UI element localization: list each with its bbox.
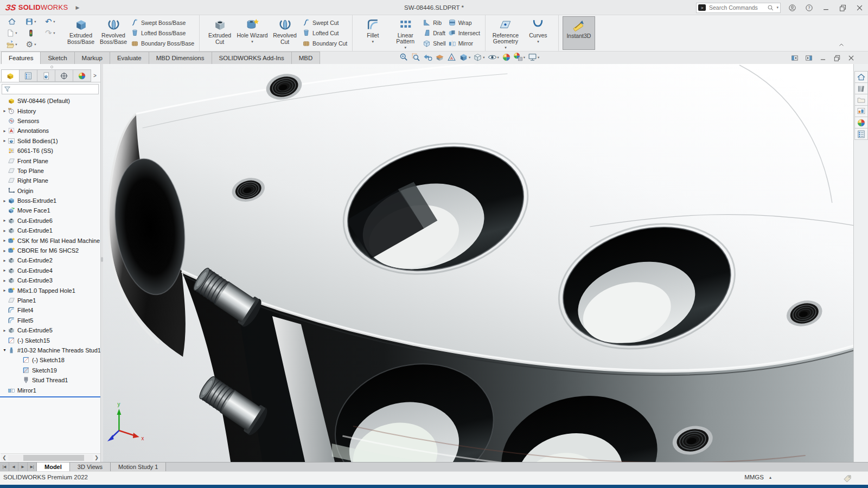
home-button[interactable] bbox=[8, 17, 16, 26]
zoom-to-fit-button[interactable] bbox=[399, 52, 409, 62]
tree-item[interactable]: 6061-T6 (SS) bbox=[0, 146, 100, 156]
revolved-cut-button[interactable]: Revolved Cut bbox=[269, 16, 301, 50]
tree-expand-arrow-icon[interactable]: ▸ bbox=[2, 218, 8, 223]
tree-item[interactable]: Origin bbox=[0, 186, 100, 196]
tab-mbd[interactable]: MBD bbox=[291, 52, 321, 64]
tree-item[interactable]: ▸Cut-Extrude6 bbox=[0, 216, 100, 226]
dimxpert-target-tab[interactable] bbox=[55, 69, 73, 82]
ribbon-collapse-button[interactable] bbox=[838, 40, 845, 49]
tree-expand-arrow-icon[interactable]: ▸ bbox=[2, 138, 8, 143]
dropdown-caret-icon[interactable]: ▾ bbox=[15, 42, 17, 47]
tree-item[interactable]: ▸CSK for M6 Flat Head Machine Sc bbox=[0, 235, 100, 245]
taskpane-appearances-scenes-button[interactable] bbox=[854, 117, 868, 129]
tree-item[interactable]: Plane1 bbox=[0, 296, 100, 305]
options-gear-button[interactable]: ⚙▾ bbox=[25, 40, 36, 49]
tab-sketch[interactable]: Sketch bbox=[40, 52, 74, 64]
redo-button[interactable]: ↷▾ bbox=[44, 29, 55, 37]
dropdown-caret-icon[interactable]: ▾ bbox=[524, 55, 525, 60]
tab-solidworks-add-ins[interactable]: SOLIDWORKS Add-Ins bbox=[212, 52, 292, 64]
tree-item[interactable]: Fillet4 bbox=[0, 305, 100, 315]
extruded-boss-base-button[interactable]: Extruded Boss/Base bbox=[65, 16, 97, 50]
taskpane-design-library-button[interactable] bbox=[854, 82, 868, 94]
zoom-to-area-button[interactable] bbox=[411, 52, 421, 62]
tab-model[interactable]: Model bbox=[36, 463, 70, 471]
tab-motion-study-1[interactable]: Motion Study 1 bbox=[110, 463, 166, 471]
configurationmanager-page-tab[interactable] bbox=[37, 69, 55, 82]
view-settings-button[interactable]: ▾ bbox=[527, 52, 540, 62]
edit-appearance-button[interactable] bbox=[501, 52, 512, 62]
hole-wizard-button[interactable]: Hole Wizard▾ bbox=[236, 16, 269, 50]
model-scene[interactable]: y x bbox=[103, 64, 853, 462]
tab-3d-views[interactable]: 3D Views bbox=[69, 463, 111, 471]
account-button[interactable] bbox=[788, 3, 796, 12]
tree-item[interactable]: ▸Cut-Extrude2 bbox=[0, 255, 100, 265]
dropdown-caret-icon[interactable]: ▾ bbox=[537, 40, 539, 44]
new-document-button[interactable]: ▾ bbox=[6, 29, 17, 37]
tree-item[interactable]: ▸Boss-Extrude1 bbox=[0, 196, 100, 206]
wrap-button[interactable]: Wrap bbox=[448, 18, 480, 27]
taskpane-file-explorer-button[interactable] bbox=[854, 94, 868, 106]
tree-item[interactable]: Front Plane bbox=[0, 156, 100, 165]
panel-expand-button[interactable]: > bbox=[91, 69, 99, 82]
tab-features[interactable]: Features bbox=[1, 52, 41, 64]
rebuild-traffic-light-button[interactable] bbox=[27, 29, 35, 37]
tree-filter-box[interactable] bbox=[2, 84, 99, 94]
curves-button[interactable]: Curves▾ bbox=[522, 16, 554, 50]
taskpane-home-button[interactable] bbox=[854, 71, 868, 83]
previous-view-button[interactable] bbox=[423, 52, 433, 62]
dropdown-caret-icon[interactable]: ▾ bbox=[53, 31, 55, 35]
tree-expand-arrow-icon[interactable]: ▸ bbox=[2, 278, 8, 283]
intersect-button[interactable]: Intersect bbox=[448, 28, 480, 37]
tree-item[interactable]: ▸Annotations bbox=[0, 126, 100, 136]
taskpane-view-palette-button[interactable] bbox=[854, 105, 868, 117]
tree-item[interactable]: Move Face1 bbox=[0, 206, 100, 215]
undo-button[interactable]: ↶▾ bbox=[44, 17, 55, 26]
tree-item[interactable]: Mirror1 bbox=[0, 385, 100, 395]
hide-show-items-button[interactable]: ▾ bbox=[487, 52, 500, 62]
boundary-cut-button[interactable]: Boundary Cut bbox=[302, 39, 347, 48]
nav-first-button[interactable]: |◀ bbox=[0, 463, 9, 471]
pane-next-button[interactable] bbox=[805, 53, 813, 62]
search-input[interactable] bbox=[708, 4, 765, 11]
scrollbar-thumb[interactable] bbox=[23, 455, 84, 461]
view-orientation-button[interactable]: ▾ bbox=[458, 52, 471, 62]
close-button[interactable] bbox=[847, 53, 855, 62]
tree-expand-arrow-icon[interactable]: ▸ bbox=[2, 108, 8, 113]
swept-cut-button[interactable]: Swept Cut bbox=[302, 18, 347, 27]
tree-item[interactable]: ▾#10-32 Machine Threads Stud1 bbox=[0, 345, 100, 355]
tree-item[interactable]: ▸Cut-Extrude1 bbox=[0, 226, 100, 235]
dropdown-caret-icon[interactable]: ▾ bbox=[483, 55, 484, 60]
tree-item[interactable]: ▸History bbox=[0, 106, 100, 115]
tree-item[interactable]: Stud Thread1 bbox=[0, 375, 100, 385]
restore-button[interactable] bbox=[839, 3, 847, 12]
units-caret-icon[interactable]: ▴ bbox=[769, 475, 771, 480]
tree-item[interactable]: ▸Cut-Extrude3 bbox=[0, 275, 100, 285]
nav-next-button[interactable]: ▶ bbox=[18, 463, 28, 471]
display-style-button[interactable]: ▾ bbox=[473, 52, 485, 62]
scroll-right-icon[interactable]: ❯ bbox=[93, 455, 100, 460]
tree-item[interactable]: Sensors bbox=[0, 116, 100, 126]
tree-item[interactable]: ▸CBORE for M6 SHCS2 bbox=[0, 246, 100, 255]
boundary-boss-base-button[interactable]: Boundary Boss/Base bbox=[131, 39, 194, 48]
shell-button[interactable]: Shell bbox=[423, 39, 445, 48]
close-button[interactable] bbox=[856, 3, 864, 12]
linear-pattern-button[interactable]: Linear Pattern▾ bbox=[389, 16, 422, 50]
rib-button[interactable]: Rib bbox=[423, 18, 445, 27]
tree-expand-arrow-icon[interactable]: ▸ bbox=[2, 288, 8, 293]
dropdown-caret-icon[interactable]: ▾ bbox=[15, 31, 17, 35]
restore-button[interactable] bbox=[833, 53, 841, 62]
solidworks-logo[interactable]: ЗS SOLIDWORKS ▶ bbox=[0, 3, 76, 12]
tree-item[interactable]: Sketch19 bbox=[0, 365, 100, 375]
tab-evaluate[interactable]: Evaluate bbox=[110, 52, 149, 64]
tree-item[interactable]: Top Plane bbox=[0, 166, 100, 176]
tree-horizontal-scrollbar[interactable]: ❮ ❯ bbox=[1, 453, 100, 461]
units-selector[interactable]: MMGS ▴ bbox=[744, 474, 771, 480]
dropdown-caret-icon[interactable]: ▾ bbox=[34, 20, 36, 24]
swept-boss-base-button[interactable]: Swept Boss/Base bbox=[131, 18, 194, 27]
tree-item[interactable]: ▸M6x1.0 Tapped Hole1 bbox=[0, 285, 100, 295]
tree-expand-arrow-icon[interactable]: ▸ bbox=[2, 238, 8, 243]
featuremanager-part-tab[interactable] bbox=[1, 69, 20, 82]
tree-item[interactable]: ▸Solid Bodies(1) bbox=[0, 136, 100, 146]
lofted-cut-button[interactable]: Lofted Cut bbox=[302, 28, 347, 37]
search-commands-box[interactable]: > ▾ bbox=[696, 3, 781, 13]
